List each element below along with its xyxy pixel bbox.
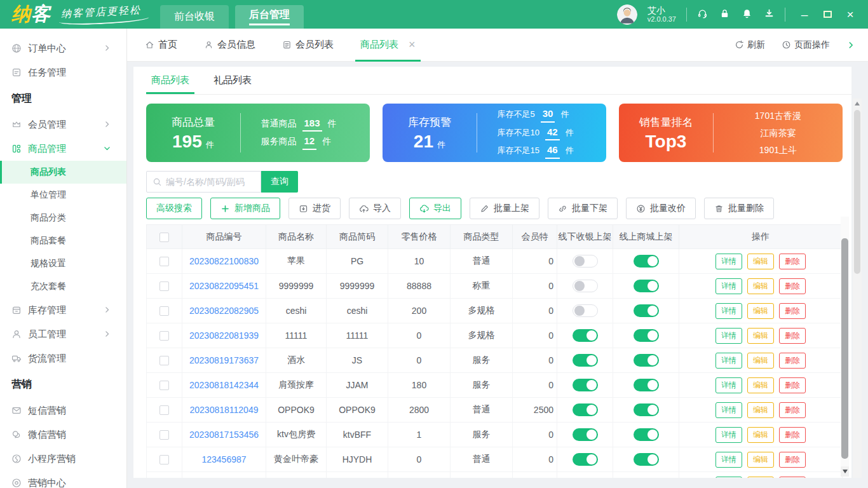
sidebar-subitem-spec-settings[interactable]: 规格设置 [0,252,126,275]
scroll-down-button[interactable] [841,466,849,477]
row-edit-button[interactable]: 编辑 [747,254,774,269]
breadcrumb-tab-0[interactable]: 首页 [145,29,177,62]
offline-shelf-toggle[interactable] [573,428,598,441]
row-detail-button[interactable]: 详情 [715,377,742,393]
sidebar-subitem-product-combo[interactable]: 商品套餐 [0,229,126,252]
offline-shelf-toggle[interactable] [573,304,598,317]
row-delete-button[interactable]: 删除 [779,303,806,319]
row-delete-button[interactable]: 删除 [779,477,806,478]
advanced-search-button[interactable]: 高级搜索 [146,198,202,219]
offline-shelf-toggle[interactable] [573,329,598,342]
sidebar-subitem-unit-management[interactable]: 单位管理 [0,184,126,207]
row-edit-button[interactable]: 编辑 [747,477,774,478]
row-detail-button[interactable]: 详情 [715,452,742,468]
row-delete-button[interactable]: 删除 [779,328,806,344]
breadcrumb-tab-3[interactable]: 商品列表× [360,29,416,62]
import-button[interactable]: 导入 [349,198,401,219]
row-delete-button[interactable]: 删除 [779,402,806,418]
product-code-link[interactable]: 20230822082905 [189,306,259,316]
product-code-link[interactable]: 20230822095451 [189,281,259,291]
row-detail-button[interactable]: 详情 [715,328,742,344]
offline-shelf-toggle[interactable] [573,403,598,416]
scrollbar-thumb[interactable] [841,238,848,459]
row-edit-button[interactable]: 编辑 [747,427,774,443]
sidebar-item-sms-marketing[interactable]: 短信营销 [0,398,126,423]
sidebar-item-marketing-center[interactable]: 营销中心 [0,471,126,488]
scrollbar-thumb[interactable] [854,110,860,274]
sidebar-item-order-center[interactable]: 订单中心 [0,36,126,60]
online-shelf-toggle[interactable] [634,354,659,367]
row-delete-button[interactable]: 删除 [779,427,806,443]
sidebar-item-stock-management[interactable]: 库存管理 [0,298,126,322]
row-edit-button[interactable]: 编辑 [747,452,774,468]
row-checkbox[interactable] [159,430,169,440]
search-input[interactable] [166,177,255,187]
product-code-link[interactable]: 20230817153456 [189,430,259,440]
offline-shelf-toggle[interactable] [573,255,598,268]
sidebar-item-staff-management[interactable]: 员工管理 [0,322,126,346]
batch-offshelf-button[interactable]: 批量下架 [548,198,618,219]
row-detail-button[interactable]: 详情 [715,402,742,418]
row-checkbox[interactable] [159,405,169,415]
online-shelf-toggle[interactable] [634,280,659,292]
product-code-link[interactable]: 20230818112049 [190,405,259,415]
product-code-link[interactable]: 123456987 [201,454,246,464]
sidebar-item-product-management[interactable]: 商品管理 [0,137,126,161]
purchase-button[interactable]: 进货 [288,198,341,219]
row-edit-button[interactable]: 编辑 [747,328,774,344]
row-detail-button[interactable]: 详情 [715,427,742,443]
sidebar-item-miniprogram-marketing[interactable]: 小程序营销 [0,447,126,471]
online-shelf-toggle[interactable] [634,304,659,317]
row-delete-button[interactable]: 删除 [779,278,806,294]
row-edit-button[interactable]: 编辑 [747,353,774,369]
row-edit-button[interactable]: 编辑 [747,278,774,294]
headset-button[interactable] [697,8,708,21]
sidebar-item-logistics-management[interactable]: 货流管理 [0,346,126,370]
mode-tab-pos[interactable]: 前台收银 [160,5,229,29]
row-edit-button[interactable]: 编辑 [747,377,774,393]
row-detail-button[interactable]: 详情 [715,477,742,478]
chevron-right-icon[interactable] [846,41,855,50]
refresh-button[interactable]: 刷新 [735,39,765,51]
download-button[interactable] [764,8,775,21]
row-delete-button[interactable]: 删除 [779,377,806,393]
page-scrollbar[interactable] [853,98,862,478]
row-checkbox[interactable] [159,356,169,365]
batch-onshelf-button[interactable]: 批量上架 [470,198,539,219]
breadcrumb-tab-2[interactable]: 会员列表 [282,29,334,62]
row-checkbox[interactable] [159,306,169,316]
product-code-link[interactable]: 20230819173637 [189,355,259,365]
close-tab-icon[interactable]: × [409,38,416,51]
online-shelf-toggle[interactable] [634,255,659,268]
row-delete-button[interactable]: 删除 [779,452,806,468]
offline-shelf-toggle[interactable] [573,354,598,367]
batch-delete-button[interactable]: 批量删除 [704,198,774,219]
panel-tab-0[interactable]: 商品列表 [151,74,189,94]
row-edit-button[interactable]: 编辑 [747,402,774,418]
bell-button[interactable] [742,8,752,21]
scroll-up-icon[interactable] [855,102,860,105]
row-checkbox[interactable] [159,331,169,341]
online-shelf-toggle[interactable] [634,379,659,391]
avatar[interactable] [617,4,637,25]
batch-reprice-button[interactable]: 批量改价 [626,198,696,219]
breadcrumb-tab-1[interactable]: 会员信息 [204,29,255,62]
row-checkbox[interactable] [159,381,169,390]
maximize-button[interactable] [818,5,836,24]
page-operations-button[interactable]: 页面操作 [782,39,830,51]
minimize-button[interactable]: – [796,5,813,24]
sidebar-subitem-product-list[interactable]: 商品列表 [0,161,126,184]
export-button[interactable]: 导出 [409,198,461,219]
sidebar-item-task-management[interactable]: 任务管理 [0,60,126,85]
search-button[interactable]: 查询 [261,171,298,193]
online-shelf-toggle[interactable] [634,403,659,416]
row-detail-button[interactable]: 详情 [715,353,742,369]
row-detail-button[interactable]: 详情 [715,254,742,269]
row-checkbox[interactable] [159,257,169,266]
row-checkbox[interactable] [159,455,169,464]
panel-tab-1[interactable]: 礼品列表 [214,74,252,94]
sidebar-item-member-management[interactable]: 会员管理 [0,112,126,137]
sidebar-subitem-product-category[interactable]: 商品分类 [0,207,126,229]
row-delete-button[interactable]: 删除 [779,254,806,269]
offline-shelf-toggle[interactable] [573,453,598,466]
